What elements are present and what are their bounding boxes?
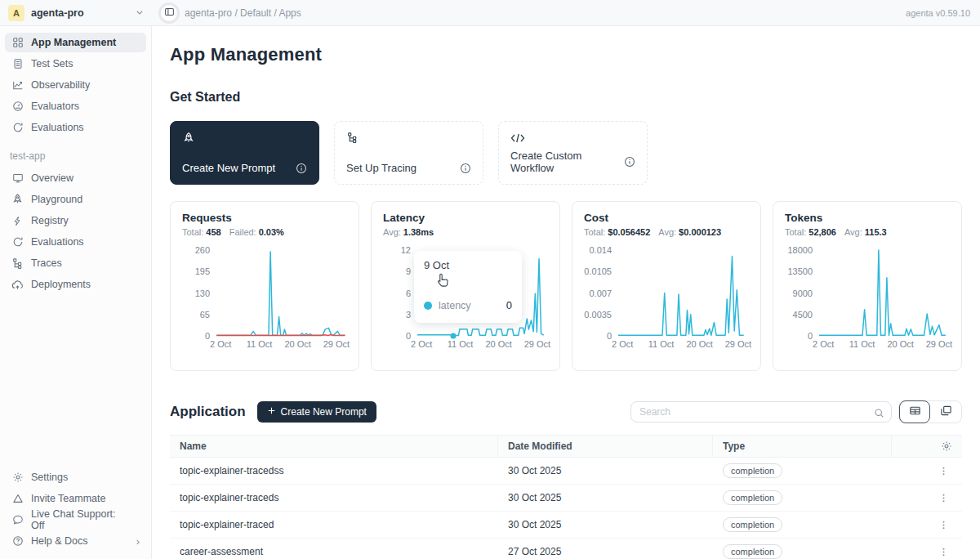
x-tick-label: 20 Oct: [686, 339, 712, 349]
table-row[interactable]: career-assessment 27 Oct 2025 completion: [170, 539, 962, 559]
x-tick-label: 20 Oct: [887, 339, 913, 349]
sidebar-item-deployments[interactable]: Deployments ›: [5, 275, 146, 294]
chart-plot[interactable]: [819, 250, 950, 336]
main-content: App Management Get Started Create New Pr…: [152, 26, 980, 559]
legend-dot: [424, 302, 432, 310]
triangle-icon: [11, 493, 24, 505]
create-new-prompt-button[interactable]: Create New Prompt: [257, 401, 376, 423]
series-line-tokens: [819, 250, 946, 335]
chart-stats: Total:52,806Avg:115.3: [785, 227, 950, 237]
search-input[interactable]: [639, 406, 874, 418]
sidebar-item-invite-teammate[interactable]: Invite Teammate ›: [5, 489, 146, 508]
card-label: Create New Prompt: [182, 162, 275, 174]
chart-plot[interactable]: [216, 250, 347, 336]
y-tick-label: 0: [205, 331, 210, 341]
column-header-name[interactable]: Name: [170, 436, 498, 457]
chart-tooltip: 9 Oct latency 0: [414, 251, 522, 323]
sidebar-item-overview[interactable]: Overview ›: [5, 168, 146, 188]
y-tick-label: 9000: [793, 288, 813, 298]
table-settings-gear-icon[interactable]: [941, 440, 952, 452]
column-header-type[interactable]: Type: [713, 436, 892, 457]
row-menu-button[interactable]: [934, 462, 952, 480]
chat-icon: [11, 514, 24, 526]
type-badge: completion: [723, 490, 782, 505]
sidebar-item-app-management[interactable]: App Management ›: [5, 33, 146, 52]
card-create-custom-workflow[interactable]: Create Custom Workflow: [498, 121, 648, 185]
info-icon[interactable]: [624, 156, 635, 168]
x-tick-label: 11 Oct: [648, 339, 675, 349]
tree-icon: [11, 257, 24, 270]
row-menu-button[interactable]: [934, 516, 952, 534]
monitor-icon: [11, 172, 24, 185]
tooltip-series-name: latency: [439, 300, 500, 311]
table-view-icon: [909, 405, 921, 419]
chart-stat: Avg:$0.000123: [658, 227, 721, 237]
y-tick-label: 65: [200, 310, 210, 320]
sidebar-toggle-button[interactable]: [158, 2, 180, 24]
gauge-icon: [11, 101, 24, 113]
x-tick-label: 2 Oct: [813, 339, 834, 349]
sidebar-app-nav: Overview › Playground › Registry ›: [5, 168, 146, 296]
test-sets-icon: [11, 58, 24, 70]
chart-plot[interactable]: [618, 250, 749, 336]
tokens-chart-card: Tokens Total:52,806Avg:115.3 04500900013…: [773, 201, 962, 371]
sidebar-item-playground[interactable]: Playground ›: [5, 190, 146, 209]
table-view-button[interactable]: [899, 400, 930, 423]
y-tick-label: 12: [401, 245, 411, 255]
chart-stat: Total:$0.056452: [584, 227, 650, 237]
card-set-up-tracing[interactable]: Set Up Tracing: [334, 121, 483, 185]
sidebar-item-help-docs[interactable]: Help & Docs ›: [5, 531, 146, 551]
sidebar-item-traces[interactable]: Traces ›: [5, 253, 146, 273]
sidebar-item-registry[interactable]: Registry ›: [5, 211, 146, 230]
column-header-date[interactable]: Date Modified: [498, 436, 713, 457]
table-row[interactable]: topic-explainer-traced 30 Oct 2025 compl…: [170, 512, 962, 539]
hovered-point-marker: [450, 333, 456, 338]
line-chart-icon: [11, 79, 24, 92]
workspace-name: agenta-pro: [31, 7, 129, 19]
y-tick-label: 260: [195, 245, 210, 255]
card-view-button[interactable]: [930, 400, 961, 423]
x-tick-label: 29 Oct: [725, 339, 751, 349]
plus-icon: [267, 406, 276, 418]
info-icon[interactable]: [296, 163, 307, 174]
sidebar-main-nav: App Management › Test Sets › Observabili…: [5, 33, 146, 139]
app-name-cell: topic-explainer-traced: [170, 519, 498, 530]
chart-title: Requests: [182, 212, 347, 224]
view-toggle: [898, 400, 962, 423]
sidebar-item-label: Deployments: [31, 279, 91, 290]
breadcrumb[interactable]: agenta-pro / Default / Apps: [185, 7, 301, 19]
table-row[interactable]: topic-explainer-tracedss 30 Oct 2025 com…: [170, 458, 962, 485]
redo-circle-icon: [11, 122, 24, 134]
sidebar-item-live-chat-support[interactable]: Live Chat Support: Off ›: [5, 510, 146, 530]
sidebar-item-evaluations[interactable]: Evaluations ›: [5, 232, 146, 252]
x-tick-label: 11 Oct: [849, 339, 875, 349]
sidebar-item-label: Registry: [31, 215, 69, 226]
sidebar-item-evaluations[interactable]: Evaluations ›: [5, 118, 146, 137]
row-menu-button[interactable]: [934, 543, 952, 559]
sidebar-footer-nav: Settings › Invite Teammate › Live Chat S…: [5, 467, 146, 554]
sidebar-item-test-sets[interactable]: Test Sets ›: [5, 54, 146, 74]
y-axis-labels: 0450090001350018000: [785, 250, 819, 336]
bolt-icon: [11, 215, 24, 227]
applications-table: Name Date Modified Type topic-explainer-…: [170, 435, 962, 559]
chevron-down-icon: [136, 7, 144, 19]
table-body: topic-explainer-tracedss 30 Oct 2025 com…: [170, 458, 962, 559]
y-tick-label: 0.007: [589, 288, 612, 298]
workspace-selector[interactable]: A agenta-pro: [0, 5, 152, 21]
y-tick-label: 130: [195, 288, 210, 298]
sidebar-item-settings[interactable]: Settings ›: [5, 467, 146, 487]
help-icon: [11, 535, 24, 548]
chart-stat: Total:458: [182, 227, 221, 237]
search-icon[interactable]: [874, 407, 884, 418]
table-row[interactable]: topic-explainer-traceds 30 Oct 2025 comp…: [170, 485, 962, 512]
row-menu-button[interactable]: [934, 489, 952, 507]
card-create-new-prompt[interactable]: Create New Prompt: [170, 121, 319, 185]
card-label: Set Up Tracing: [346, 162, 416, 174]
app-name-cell: career-assessment: [170, 546, 498, 557]
sidebar-item-evaluators[interactable]: Evaluators ›: [5, 96, 146, 116]
chart-stats: Total:$0.056452Avg:$0.000123: [584, 227, 749, 237]
info-icon[interactable]: [460, 163, 471, 174]
chart-stat: Failed:0.03%: [229, 227, 284, 237]
chart-stats: Avg:1.38ms: [383, 227, 548, 237]
sidebar-item-observability[interactable]: Observability ›: [5, 75, 146, 95]
